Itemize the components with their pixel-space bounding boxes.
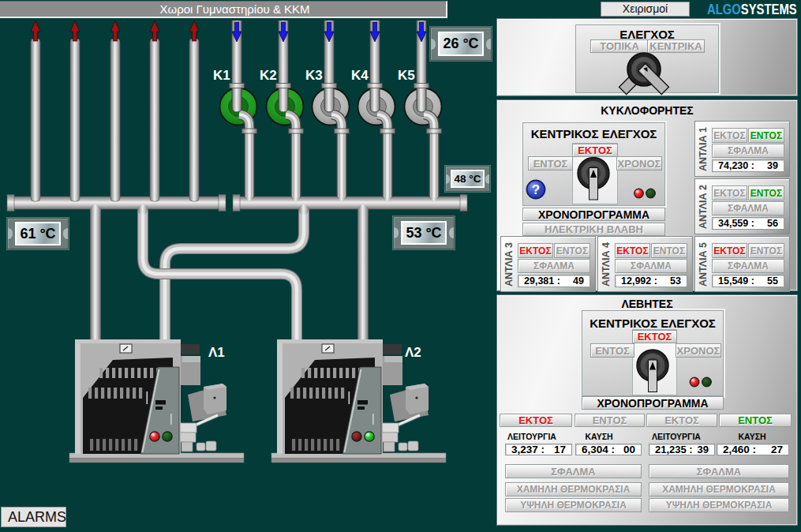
svg-text:?: ? bbox=[532, 182, 540, 197]
